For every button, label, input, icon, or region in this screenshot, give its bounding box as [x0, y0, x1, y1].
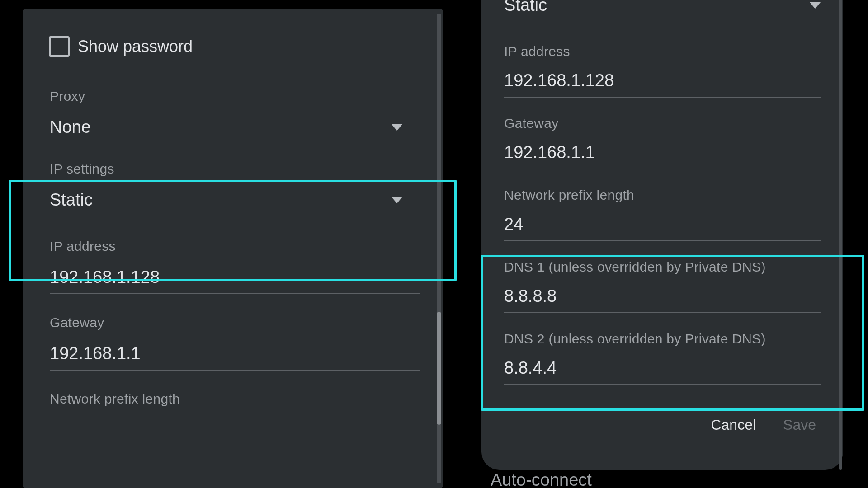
prefix-label-right: Network prefix length: [504, 188, 821, 203]
prefix-input-right[interactable]: [504, 215, 821, 241]
wifi-settings-card-right: Static IP address Gateway Network prefix…: [481, 0, 843, 470]
dns2-label: DNS 2 (unless overridden by Private DNS): [504, 331, 821, 347]
ip-settings-value: Static: [50, 190, 93, 210]
dns2-field: DNS 2 (unless overridden by Private DNS): [504, 331, 821, 385]
ip-settings-label: IP settings: [50, 161, 416, 177]
ip-address-label: IP address: [50, 239, 416, 254]
chevron-down-icon: [810, 2, 821, 9]
cancel-button[interactable]: Cancel: [711, 417, 756, 433]
chevron-down-icon: [392, 124, 402, 131]
dns1-field: DNS 1 (unless overridden by Private DNS): [504, 259, 821, 313]
ip-address-input-right[interactable]: [504, 71, 821, 98]
ip-settings-dropdown[interactable]: Static: [50, 190, 402, 213]
dns2-input[interactable]: [504, 358, 821, 385]
prefix-field: Network prefix length: [50, 391, 416, 407]
ip-settings-value-right: Static: [504, 0, 547, 15]
chevron-down-icon: [392, 197, 402, 203]
ip-settings-field: IP settings Static: [50, 161, 416, 213]
prefix-label: Network prefix length: [50, 391, 416, 407]
gateway-input-right[interactable]: [504, 143, 821, 169]
proxy-label: Proxy: [50, 89, 416, 104]
scrollbar-thumb[interactable]: [437, 312, 441, 425]
ip-address-field-right: IP address: [504, 44, 821, 98]
show-password-label: Show password: [78, 37, 193, 56]
ip-settings-dropdown-right[interactable]: Static: [504, 0, 821, 19]
gateway-field: Gateway: [50, 315, 416, 371]
gateway-input[interactable]: [50, 344, 420, 371]
proxy-field: Proxy None: [50, 89, 416, 141]
dialog-buttons: Cancel Save: [504, 417, 821, 433]
proxy-value: None: [50, 117, 91, 137]
prefix-field-right: Network prefix length: [504, 188, 821, 241]
auto-connect-label: Auto-connect: [491, 470, 592, 488]
gateway-label-right: Gateway: [504, 116, 821, 131]
save-button[interactable]: Save: [783, 417, 816, 433]
wifi-settings-card-left: Show password Proxy None IP settings Sta…: [23, 9, 443, 488]
gateway-label: Gateway: [50, 315, 416, 330]
scrollbar-right[interactable]: [839, 0, 842, 470]
scrollbar[interactable]: [437, 9, 441, 488]
ip-address-label-right: IP address: [504, 44, 821, 59]
ip-address-field: IP address: [50, 239, 416, 294]
gateway-field-right: Gateway: [504, 116, 821, 169]
dns1-input[interactable]: [504, 286, 821, 313]
show-password-checkbox[interactable]: [49, 36, 70, 57]
ip-address-input[interactable]: [50, 267, 420, 294]
dns1-label: DNS 1 (unless overridden by Private DNS): [504, 259, 821, 275]
show-password-row[interactable]: Show password: [49, 36, 416, 57]
proxy-dropdown[interactable]: None: [50, 117, 402, 141]
